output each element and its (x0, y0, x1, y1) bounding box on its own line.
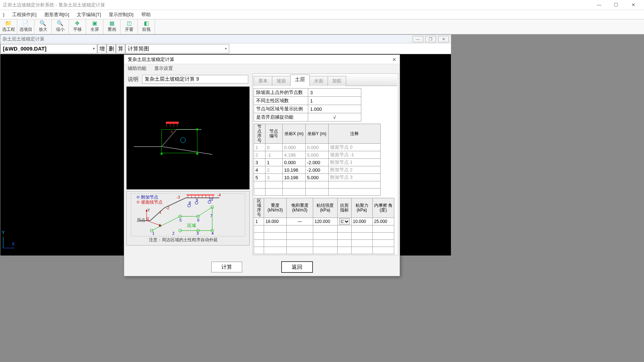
svg-text:-1: -1 (158, 210, 161, 214)
shear-select[interactable]: C、Φ{ (339, 218, 350, 225)
file-combo[interactable]: [&WD_0009.DAT]▾ (0, 44, 97, 53)
btn-add[interactable]: 增 (97, 44, 107, 53)
mdi-title-text: 杂土层土坡稳定计算 (3, 35, 44, 43)
dlg-menu-aux[interactable]: 辅助功能 (128, 66, 146, 71)
param-table: 除坡面上点外的节点数3 不同土性区域数1 节点与区域号显示比例1.000 是否开… (254, 88, 361, 122)
svg-rect-9 (166, 122, 179, 124)
mdi-restore-icon[interactable]: ❐ (425, 36, 436, 42)
desc-input[interactable] (142, 75, 248, 84)
menu-item[interactable]: 图形查询[G] (44, 12, 69, 17)
svg-text:Y: Y (147, 208, 150, 212)
svg-text:5: 5 (179, 218, 182, 222)
kv-val[interactable]: 1.000 (308, 105, 361, 113)
tb-select-item[interactable]: 📄选项目 (17, 19, 34, 34)
svg-text:-4: -4 (217, 193, 221, 197)
slope-calc-dialog: 复杂土层土坡稳定计算 × 辅助功能 显示设置 说明 (124, 54, 400, 276)
kv-val[interactable]: 3 (308, 89, 361, 97)
mdi-close-icon[interactable]: ✕ (438, 36, 449, 42)
svg-point-6 (196, 153, 198, 155)
svg-point-18 (137, 201, 139, 203)
tb-redraw[interactable]: ▦重画 (103, 19, 121, 34)
svg-line-4 (162, 147, 212, 154)
app-title: 正岩土边坡稳定分析系统 - 复杂土层土坡稳定计算 (3, 0, 105, 10)
tb-front-view[interactable]: ◧前视 (138, 19, 155, 34)
svg-text:0: 0 (147, 216, 149, 221)
tab-slope[interactable]: 坡面 (272, 76, 291, 86)
svg-text:-2: -2 (166, 206, 169, 210)
svg-text:7: 7 (210, 214, 212, 218)
dialog-close-icon[interactable]: × (392, 55, 396, 64)
desc-label: 说明 (128, 76, 138, 83)
svg-text:8: 8 (189, 201, 191, 205)
region-grid[interactable]: 区域 序号 重度 (kN/m3) 饱和重度 (kN/m3) 粘结强度 (kPa)… (254, 198, 394, 254)
close-icon[interactable]: ✕ (625, 0, 641, 10)
btn-del[interactable]: 删 (107, 44, 116, 53)
svg-text:注意：周边区域的土性程序自动外延: 注意：周边区域的土性程序自动外延 (149, 237, 218, 242)
svg-text:坡面线节点: 坡面线节点 (141, 200, 163, 205)
svg-text:6: 6 (197, 218, 199, 222)
svg-text:1: 1 (152, 231, 155, 235)
svg-point-7 (196, 128, 198, 130)
chevron-down-icon: ▾ (225, 44, 227, 53)
maximize-icon[interactable]: ☐ (608, 0, 624, 10)
table-row: 310.000-2.000附加节点 1 (254, 159, 381, 166)
dlg-menu-display[interactable]: 显示设置 (154, 66, 173, 71)
table-row: 2-14.1965.000坡面节点 -1 (254, 151, 381, 159)
table-row (254, 181, 381, 189)
svg-point-8 (180, 138, 185, 143)
btn-calc[interactable]: 算 (116, 44, 125, 53)
kv-val[interactable]: √ (308, 113, 361, 122)
svg-text:9: 9 (196, 198, 198, 202)
menu-item[interactable]: 帮助 (141, 12, 151, 17)
svg-text:2: 2 (172, 231, 174, 235)
legend-diagram: 附加节点 坡面线节点 区域 (126, 191, 250, 246)
table-row: 1 18.000 — 120.000 C、Φ{ 10.000 25.000 (254, 218, 394, 225)
tb-zoom-out[interactable]: 🔍缩小 (52, 19, 69, 34)
preview-canvas: 5 (126, 86, 250, 190)
main-menu: ) 工程操作[E] 图形查询[G] 文字编辑[T] 显示控制[D] 帮助 (0, 10, 644, 19)
svg-rect-2 (161, 129, 197, 153)
table-row (254, 189, 381, 196)
svg-text:原点: 原点 (137, 218, 145, 223)
svg-point-16 (137, 196, 139, 198)
calc-button[interactable]: 计算 (211, 262, 242, 272)
menu-item[interactable]: 工程操作[E] (12, 12, 37, 17)
chevron-down-icon: ▾ (93, 44, 95, 53)
tab-strip: 基本 坡面 土层 水面 加筋 (254, 75, 397, 86)
svg-text:X: X (159, 223, 161, 228)
tab-basic[interactable]: 基本 (254, 76, 272, 86)
svg-text:10: 10 (209, 197, 213, 201)
calc-combo[interactable]: 计算简图▾ (125, 44, 229, 53)
tab-water[interactable]: 水面 (309, 76, 328, 86)
kv-val[interactable]: 1 (308, 97, 361, 105)
table-row: 4210.196-2.000附加节点 2 (254, 166, 381, 174)
svg-text:附加节点: 附加节点 (141, 195, 158, 200)
tb-select-project[interactable]: 📁选工程 (0, 19, 17, 34)
svg-text:-3: -3 (177, 195, 180, 199)
main-toolbar: 📁选工程 📄选项目 🔍放大 🔍缩小 ✥平移 ▣全屏 ▦重画 ◫开窗 ◧前视 (0, 19, 644, 34)
svg-text:3: 3 (197, 231, 199, 235)
node-grid[interactable]: 节点 序号 节点 编号 坐标X (m) 坐标Y (m) 注释 100.0000.… (254, 124, 381, 196)
svg-text:5: 5 (171, 130, 173, 134)
return-button[interactable]: 返回 (282, 262, 312, 272)
tb-zoom-in[interactable]: 🔍放大 (34, 19, 52, 34)
svg-text:4: 4 (212, 231, 214, 235)
table-row: 5310.1965.000附加节点 3 (254, 174, 381, 181)
dialog-title: 复杂土层土坡稳定计算 (128, 55, 174, 64)
menu-item[interactable]: 文字编辑[T] (77, 12, 101, 17)
tab-soil[interactable]: 土层 (290, 75, 310, 86)
mdi-minimize-icon[interactable]: — (413, 36, 423, 42)
tb-fullscreen[interactable]: ▣全屏 (86, 19, 103, 34)
table-row: 100.0000.000坡面节点 0 (254, 144, 381, 151)
menu-item[interactable]: 显示控制[D] (109, 12, 133, 17)
svg-text:区域: 区域 (187, 223, 196, 228)
tb-pan[interactable]: ✥平移 (69, 19, 86, 34)
app-titlebar: 正岩土边坡稳定分析系统 - 复杂土层土坡稳定计算 — ☐ ✕ (0, 0, 644, 10)
svg-point-5 (160, 153, 163, 155)
tb-window[interactable]: ◫开窗 (121, 19, 138, 34)
menu-item[interactable]: ) (3, 12, 4, 17)
minimize-icon[interactable]: — (591, 0, 607, 10)
tab-reinforce[interactable]: 加筋 (328, 76, 346, 86)
